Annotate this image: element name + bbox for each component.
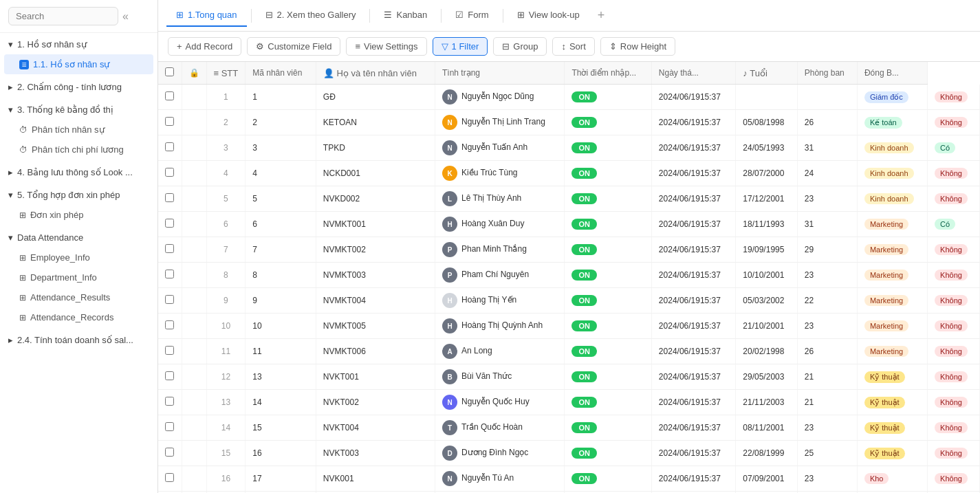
sidebar-item-don-xin-phep[interactable]: ⊞ Đơn xin phép xyxy=(0,205,157,225)
row-ten-cell: NNguyễn Ngọc Dũng xyxy=(435,85,565,110)
sidebar-group-tong-hop[interactable]: ▾ 5. Tổng hợp đơn xin phép xyxy=(0,185,157,205)
row-checkbox-cell[interactable] xyxy=(158,288,182,314)
tab-tong-quan[interactable]: ⊞ 1.Tong quan xyxy=(166,4,247,27)
collapse-button[interactable]: « xyxy=(122,10,129,23)
row-checkbox[interactable] xyxy=(165,473,174,482)
view-settings-button[interactable]: ≡ View Settings xyxy=(346,37,426,56)
ma-nv-header[interactable]: Mã nhân viên xyxy=(246,62,316,85)
sidebar-item-attendance-records[interactable]: ⊞ Attendance_Records xyxy=(0,307,157,327)
row-checkbox[interactable] xyxy=(165,371,174,380)
sidebar-item-label: Đơn xin phép xyxy=(30,210,83,220)
row-ma-cell: TPKD xyxy=(316,135,435,161)
avatar: B xyxy=(442,369,457,384)
row-checkbox-cell[interactable] xyxy=(158,364,182,390)
row-checkbox[interactable] xyxy=(165,346,174,355)
row-checkbox[interactable] xyxy=(165,91,174,100)
row-thoi-diem-cell: 2024/06/1915:37 xyxy=(651,390,735,415)
sidebar-section-4: ▸ 4. Bảng lưu thông số Look ... xyxy=(0,161,157,184)
group-button[interactable]: ⊟ Group xyxy=(493,37,547,56)
row-checkbox[interactable] xyxy=(165,168,174,177)
dong-b-header[interactable]: Đóng B... xyxy=(857,62,927,85)
sidebar-item-phan-tich-chi-phi[interactable]: ⏱ Phân tích chi phí lương xyxy=(0,140,157,160)
search-input[interactable] xyxy=(8,7,118,25)
filter-button[interactable]: ▽ 1 Filter xyxy=(433,37,488,56)
row-phong-ban-cell: Kho xyxy=(857,466,927,492)
sidebar-item-ho-so-sub[interactable]: ≡ 1.1. Hồ sơ nhân sự xyxy=(4,54,153,74)
sidebar-item-phan-tich-nhan-su[interactable]: ⏱ Phân tích nhân sự xyxy=(0,120,157,140)
phong-ban-header[interactable]: Phòng ban xyxy=(797,62,857,85)
row-dong-b-cell: Không xyxy=(928,466,980,492)
row-tinh-trang-cell: ON xyxy=(565,161,651,186)
tab-view-lookup[interactable]: ⊞ View look-up xyxy=(508,4,589,27)
gallery-tab-icon: ⊟ xyxy=(265,10,273,20)
sidebar-item-label: Phân tích nhân sự xyxy=(32,124,105,135)
row-ten-cell: KKiều Trúc Tùng xyxy=(435,161,565,186)
sidebar-group-cham-cong[interactable]: ▸ 2. Chấm công - tính lương xyxy=(0,77,157,97)
sidebar-group-bang-luu[interactable]: ▸ 4. Bảng lưu thông số Look ... xyxy=(0,162,157,182)
sidebar-group-data-attendance[interactable]: ▾ Data Attendance xyxy=(0,228,157,248)
row-thoi-diem-cell: 2024/06/1915:37 xyxy=(651,212,735,237)
row-checkbox-cell[interactable] xyxy=(158,263,182,288)
sidebar-item-department-info[interactable]: ⊞ Department_Info xyxy=(0,267,157,287)
row-height-button[interactable]: ⇕ Row Height xyxy=(600,37,675,56)
tab-form[interactable]: ☑ Form xyxy=(446,4,498,27)
row-checkbox-cell[interactable] xyxy=(158,212,182,237)
kanban-tab-icon: ☰ xyxy=(384,10,392,20)
arrow-icon: ▾ xyxy=(8,232,13,243)
row-checkbox-cell[interactable] xyxy=(158,339,182,364)
sidebar-group-ho-so[interactable]: ▾ 1. Hồ sơ nhân sự xyxy=(0,34,157,54)
row-checkbox[interactable] xyxy=(165,117,174,126)
row-thoi-diem-cell: 2024/06/1915:37 xyxy=(651,110,735,135)
row-checkbox[interactable] xyxy=(165,320,174,329)
row-checkbox[interactable] xyxy=(165,219,174,228)
row-ma-cell: NVKT001 xyxy=(316,364,435,390)
add-record-button[interactable]: + Add Record xyxy=(168,37,241,56)
thoi-diem-header[interactable]: Thời điểm nhập... xyxy=(565,62,651,85)
sidebar-group-thong-ke[interactable]: ▾ 3. Thống kê bằng đồ thị xyxy=(0,100,157,120)
row-checkbox-cell[interactable] xyxy=(158,390,182,415)
checkbox-header[interactable] xyxy=(158,62,182,85)
tinh-trang-header[interactable]: Tình trạng xyxy=(435,62,565,85)
row-checkbox-cell[interactable] xyxy=(158,415,182,441)
row-checkbox-cell[interactable] xyxy=(158,161,182,186)
row-checkbox-cell[interactable] xyxy=(158,466,182,492)
tab-kanban[interactable]: ☰ Kanban xyxy=(374,4,437,27)
row-checkbox-cell[interactable] xyxy=(158,110,182,135)
row-checkbox[interactable] xyxy=(165,244,174,253)
row-checkbox-cell[interactable] xyxy=(158,135,182,161)
add-record-label: Add Record xyxy=(186,41,233,52)
row-checkbox[interactable] xyxy=(165,397,174,406)
row-checkbox-cell[interactable] xyxy=(158,237,182,263)
tab-label: Kanban xyxy=(396,10,427,20)
row-checkbox[interactable] xyxy=(165,295,174,304)
row-ngay-tha-cell xyxy=(736,85,797,110)
sidebar-group-tinh-toan[interactable]: ▸ 2.4. Tính toán doanh số sal... xyxy=(0,330,157,350)
stt-header[interactable]: ≡ STT xyxy=(206,62,246,85)
tuoi-header[interactable]: ♪ Tuổi xyxy=(736,62,797,85)
row-checkbox[interactable] xyxy=(165,448,174,457)
row-checkbox[interactable] xyxy=(165,193,174,202)
tab-xem-gallery[interactable]: ⊟ 2. Xem theo Gallery xyxy=(256,4,366,27)
table-row: 10 10 NVMKT005 HHoàng Thị Quỳnh Anh ON 2… xyxy=(158,314,980,339)
ho-ten-header[interactable]: 👤 Họ và tên nhân viên xyxy=(316,62,435,85)
row-checkbox-cell[interactable] xyxy=(158,186,182,212)
dong-badge: Không xyxy=(935,371,968,382)
sidebar-item-attendance-results[interactable]: ⊞ Attendance_Results xyxy=(0,287,157,307)
customize-field-button[interactable]: ⚙ Customize Field xyxy=(247,37,340,56)
row-checkbox-cell[interactable] xyxy=(158,441,182,466)
row-checkbox-cell[interactable] xyxy=(158,85,182,110)
dong-badge: Không xyxy=(935,448,968,459)
select-all-checkbox[interactable] xyxy=(165,67,174,76)
ngay-tha-header[interactable]: Ngày thá... xyxy=(651,62,735,85)
row-checkbox[interactable] xyxy=(165,270,174,278)
row-tinh-trang-cell: ON xyxy=(565,314,651,339)
sidebar-item-employee-info[interactable]: ⊞ Employee_Info xyxy=(0,248,157,267)
row-checkbox[interactable] xyxy=(165,422,174,431)
tab-label: 1.Tong quan xyxy=(188,10,237,20)
row-checkbox[interactable] xyxy=(165,142,174,151)
row-checkbox-cell[interactable] xyxy=(158,314,182,339)
dong-badge: Không xyxy=(935,91,968,102)
add-tab-button[interactable]: + xyxy=(592,6,611,25)
row-ngay-tha-cell: 22/08/1999 xyxy=(736,441,797,466)
sort-button[interactable]: ↕ Sort xyxy=(552,37,594,56)
